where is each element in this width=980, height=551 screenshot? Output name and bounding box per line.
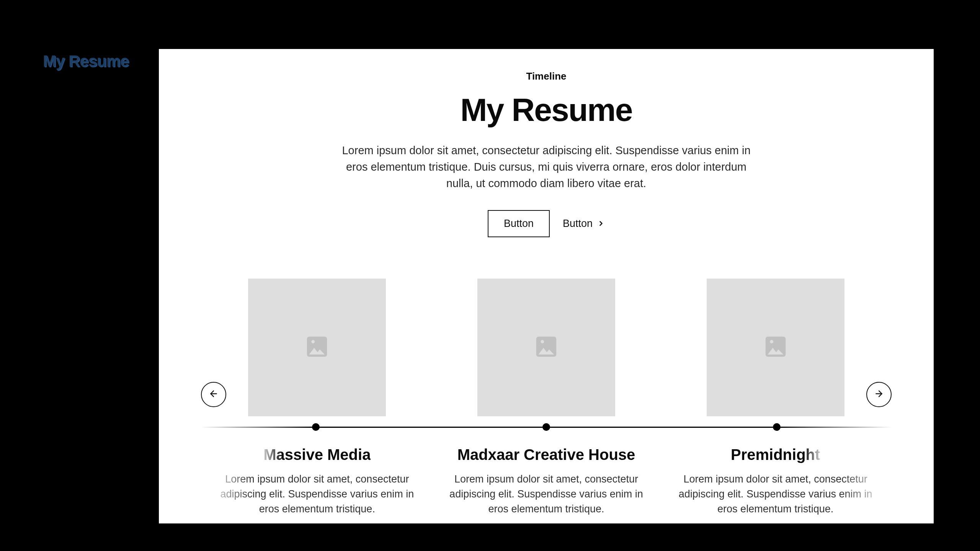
timeline-card	[661, 279, 890, 416]
timeline-card-title: Massive Media	[263, 446, 371, 463]
image-icon	[304, 333, 330, 362]
chevron-right-icon	[597, 220, 605, 227]
image-placeholder	[248, 279, 386, 416]
timeline-card-text: Madxaar Creative House Lorem ipsum dolor…	[432, 446, 661, 517]
timeline-dot	[312, 423, 320, 431]
image-placeholder	[707, 279, 844, 416]
section-lead-text: Lorem ipsum dolor sit amet, consectetur …	[340, 142, 753, 192]
timeline-card-text: Massive Media Lorem ipsum dolor sit amet…	[203, 446, 432, 517]
image-placeholder	[477, 279, 615, 416]
timeline-card-title: Premidnight	[731, 446, 820, 463]
image-icon	[533, 333, 560, 362]
primary-button[interactable]: Button	[488, 210, 550, 237]
timeline-dot	[773, 423, 781, 431]
timeline-card	[203, 279, 432, 416]
timeline-carousel: Massive Media Lorem ipsum dolor sit amet…	[201, 279, 892, 517]
secondary-button[interactable]: Button	[563, 218, 605, 230]
page-title: My Resume	[201, 91, 892, 129]
slide-thumbnail-label: My Resume	[43, 52, 129, 70]
timeline-line-fade-left	[201, 427, 312, 428]
timeline-card-text: Premidnight Lorem ipsum dolor sit amet, …	[661, 446, 890, 517]
slide-canvas: Timeline My Resume Lorem ipsum dolor sit…	[159, 49, 934, 523]
timeline-track	[201, 416, 892, 438]
timeline-card-desc: Lorem ipsum dolor sit amet, consectetur …	[214, 472, 420, 517]
timeline-card-title: Madxaar Creative House	[457, 446, 635, 463]
secondary-button-label: Button	[563, 218, 593, 230]
image-icon	[762, 333, 789, 362]
timeline-card	[432, 279, 661, 416]
section-eyebrow: Timeline	[201, 70, 892, 82]
timeline-line-fade-right	[781, 427, 892, 428]
timeline-card-desc: Lorem ipsum dolor sit amet, consectetur …	[443, 472, 650, 517]
timeline-dot	[542, 423, 550, 431]
timeline-card-desc: Lorem ipsum dolor sit amet, consectetur …	[672, 472, 879, 517]
cta-row: Button Button	[201, 210, 892, 237]
